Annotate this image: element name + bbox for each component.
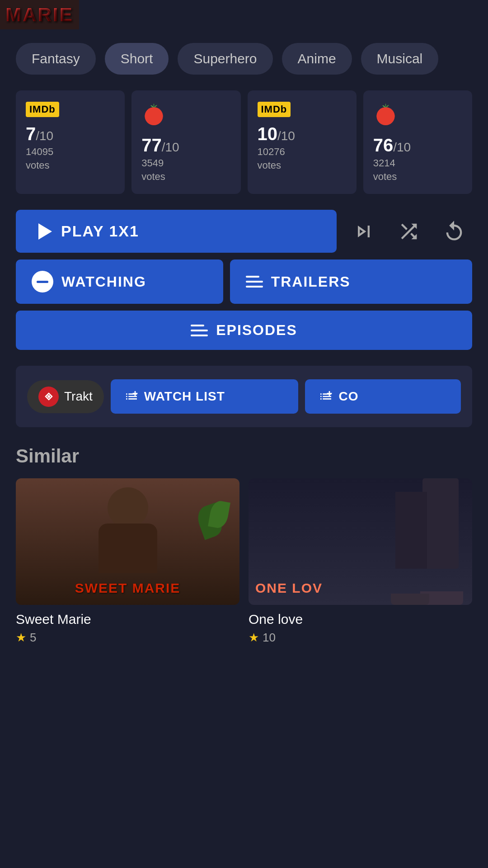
list-icon: [246, 276, 263, 288]
tomato-votes-2: 3214: [373, 157, 395, 169]
imdb-votes-1: 14095: [26, 146, 53, 158]
similar-card-sweet-marie[interactable]: SWEET MARIE Sweet Marie ★ 5: [16, 478, 239, 645]
imdb-logo-1: IMDb: [26, 102, 59, 117]
watching-button[interactable]: WATCHING: [16, 259, 223, 304]
play-icon: [38, 223, 52, 240]
shoes-left: [391, 594, 429, 605]
svg-point-1: [145, 108, 163, 125]
imdb-score-2: 10/10: [258, 124, 295, 144]
rating-card-imdb-2: IMDb 10/10 10276 votes: [248, 90, 357, 194]
tomato-icon-2: [373, 102, 398, 127]
trakt-icon: [38, 387, 59, 407]
tomato-votes-1: 3549: [141, 157, 164, 169]
skip-next-button[interactable]: [346, 213, 382, 250]
hero-title: MARIE: [5, 4, 73, 26]
play-row: PLAY 1X1: [16, 210, 472, 253]
one-love-name: One love: [249, 612, 472, 627]
episodes-row: EPISODES: [16, 311, 472, 350]
imdb-score-1: 7/10: [26, 124, 53, 144]
imdb-votes-label-2: votes: [258, 160, 282, 171]
trakt-badge: Trakt: [27, 380, 104, 413]
genre-chip-fantasy[interactable]: Fantasy: [16, 43, 96, 75]
hero-image: MARIE: [0, 0, 79, 29]
action-section: PLAY 1X1 WATCHING: [0, 203, 488, 361]
similar-grid: SWEET MARIE Sweet Marie ★ 5 ONE LOV: [16, 478, 472, 645]
sweet-marie-card-title: SWEET MARIE: [75, 580, 181, 596]
imdb-votes-label-1: votes: [26, 160, 50, 171]
star-icon-2: ★: [249, 631, 259, 645]
trakt-section: Trakt WATCH LIST CO: [16, 366, 472, 427]
tomato-logo-1: [141, 102, 166, 128]
similar-card-one-love[interactable]: ONE LOV One love ★ 10: [249, 478, 472, 645]
sweet-marie-thumbnail: SWEET MARIE: [16, 478, 239, 605]
svg-point-5: [47, 395, 50, 398]
svg-point-3: [376, 108, 394, 125]
trailers-button[interactable]: TRAILERS: [230, 259, 472, 304]
rating-card-tomato-2: 76/10 3214 votes: [363, 90, 472, 194]
figure-left: [395, 492, 427, 569]
one-love-card-title: ONE LOV: [255, 580, 323, 596]
rating-card-imdb-1: IMDb 7/10 14095 votes: [16, 90, 125, 194]
figure-right: [422, 478, 459, 569]
shuffle-button[interactable]: [391, 213, 427, 250]
similar-title: Similar: [16, 445, 472, 467]
genre-chip-superhero[interactable]: Superhero: [178, 43, 272, 75]
trakt-label: Trakt: [64, 389, 93, 404]
star-icon: ★: [16, 631, 26, 645]
genre-chip-anime[interactable]: Anime: [282, 43, 352, 75]
genre-chip-musical[interactable]: Musical: [361, 43, 439, 75]
one-love-thumbnail: ONE LOV: [249, 478, 472, 605]
add-collection-icon: [319, 389, 333, 404]
secondary-row: WATCHING TRAILERS: [16, 259, 472, 304]
character-body: [99, 524, 157, 573]
tomato-score-1: 77/10: [141, 135, 179, 156]
watch-list-button[interactable]: WATCH LIST: [111, 379, 299, 414]
play-button[interactable]: PLAY 1X1: [16, 210, 337, 253]
genre-filter-bar: Fantasy Short Superhero Anime Musical: [0, 29, 488, 86]
skip-next-icon: [352, 220, 375, 243]
shuffle-icon: [397, 220, 421, 243]
replay-button[interactable]: [436, 213, 472, 250]
episodes-list-icon: [191, 325, 208, 336]
tomato-icon-1: [141, 102, 166, 127]
add-list-icon: [124, 389, 139, 404]
imdb-logo-2: IMDb: [258, 102, 291, 117]
one-love-rating: ★ 10: [249, 631, 472, 645]
sweet-marie-bg: SWEET MARIE: [16, 478, 239, 605]
replay-icon: [442, 220, 466, 243]
tomato-score-2: 76/10: [373, 135, 411, 156]
tomato-votes-label-2: votes: [373, 171, 397, 183]
collection-button[interactable]: CO: [305, 379, 461, 414]
imdb-votes-2: 10276: [258, 146, 285, 158]
character-head: [108, 487, 148, 528]
tomato-logo-2: [373, 102, 398, 128]
minus-icon: [32, 271, 53, 292]
genre-chip-short[interactable]: Short: [105, 43, 169, 75]
sweet-marie-rating: ★ 5: [16, 631, 239, 645]
rating-card-tomato-1: 77/10 3549 votes: [131, 90, 240, 194]
episodes-button[interactable]: EPISODES: [16, 311, 472, 350]
tomato-votes-label-1: votes: [141, 171, 165, 183]
trakt-logo-icon: [42, 390, 56, 403]
one-love-bg: ONE LOV: [249, 478, 472, 605]
similar-section: Similar SWEET MARIE Sweet Marie ★ 5: [0, 436, 488, 663]
rating-section: IMDb 7/10 14095 votes 77/10 3549 vo: [0, 86, 488, 203]
sweet-marie-name: Sweet Marie: [16, 612, 239, 627]
